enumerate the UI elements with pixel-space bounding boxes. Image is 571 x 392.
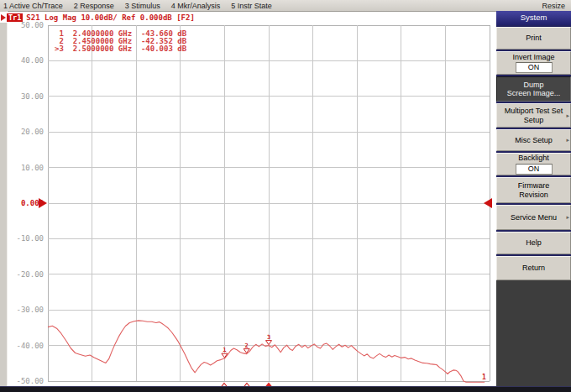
softkey-label: Print <box>526 34 542 43</box>
softkey-label: Misc Setup <box>515 136 553 145</box>
y-axis-tick-label: 50.00 <box>3 21 44 29</box>
softkey-label: Screen Image... <box>507 89 561 98</box>
menu-mkr-analysis[interactable]: 4 Mkr/Analysis <box>171 2 221 10</box>
softkey-print[interactable]: Print <box>496 27 571 50</box>
y-axis-tick-label: 20.00 <box>3 128 44 136</box>
softkey-service-menu[interactable]: Service Menu▸ <box>496 205 571 230</box>
softkey-invert-image[interactable]: Invert ImageON <box>496 51 571 75</box>
y-axis-tick-label: -50.00 <box>3 377 44 385</box>
active-trace-pointer-icon <box>1 14 6 21</box>
y-axis-tick-label: -30.00 <box>3 306 44 314</box>
softkey-label: Invert Image <box>512 53 554 62</box>
trace-status-line: Tr1 S21 Log Mag 10.00dB/ Ref 0.000dB [F2… <box>0 12 490 23</box>
y-axis-tick-label: 10.00 <box>3 164 44 172</box>
menu-active-ch-trace[interactable]: 1 Active Ch/Trace <box>3 2 63 10</box>
softkey-label: Backlight <box>518 154 549 163</box>
marker-3-glyph-icon <box>266 341 272 345</box>
marker-1-glyph-label: 1 <box>223 347 226 353</box>
y-axis-tick-label: 40.00 <box>3 56 44 65</box>
y-axis-tick-label: -40.00 <box>3 342 44 350</box>
softkey-label: Revision <box>519 191 548 200</box>
menu-stimulus[interactable]: 3 Stimulus <box>125 2 160 10</box>
softkey-panel: SystemPrintInvert ImageONDumpScreen Imag… <box>496 11 571 386</box>
softkey-label: Setup <box>524 116 544 125</box>
softkey-label: Firmware <box>518 181 550 191</box>
softkey-help[interactable]: Help <box>496 232 571 254</box>
ref-level-indicator-right-icon <box>484 198 492 208</box>
softkey-label: Help <box>526 238 542 248</box>
softkey-label: Multiport Test Set <box>505 107 563 116</box>
softkey-toggle-state: ON <box>516 62 553 73</box>
y-axis-tick-label: -10.00 <box>3 234 44 243</box>
y-axis-tick-label: 30.00 <box>3 92 44 101</box>
softkey-return[interactable]: Return <box>496 256 571 280</box>
submenu-arrow-icon: ▸ <box>566 213 569 222</box>
ref-level-indicator-left-icon <box>39 198 47 208</box>
softkey-label: Service Menu <box>511 213 557 222</box>
menu-response[interactable]: 2 Response <box>74 2 114 10</box>
submenu-arrow-icon: ▸ <box>566 111 569 120</box>
menu-instr-state[interactable]: 5 Instr State <box>231 2 272 10</box>
marker-3-glyph-label: 3 <box>267 334 270 341</box>
trace-number-label: 1 <box>482 374 486 381</box>
softkey-misc-setup[interactable]: Misc Setup▸ <box>496 129 571 151</box>
softkey-label: System <box>521 13 547 23</box>
marker-readout: 1 2.4000000 GHz -43.660 dB 2 2.4500000 G… <box>55 30 186 53</box>
menubar: 1 Active Ch/Trace 2 Response 3 Stimulus … <box>0 0 571 12</box>
trace-line <box>48 321 485 382</box>
ref-level-value: 0.000 <box>3 199 44 207</box>
vna-screen: 1 Active Ch/Trace 2 Response 3 Stimulus … <box>0 0 571 392</box>
y-axis-tick-label: -20.00 <box>3 270 44 279</box>
marker-2-glyph-label: 2 <box>245 342 249 349</box>
menu-resize[interactable]: Resize <box>542 2 565 10</box>
trace1-badge[interactable]: Tr1 <box>7 13 23 22</box>
submenu-arrow-icon: ▸ <box>566 136 569 145</box>
softkey-toggle-state: ON <box>516 164 553 175</box>
bottom-bar <box>0 386 571 392</box>
graticule: 123 <box>48 25 490 381</box>
softkey-label: Return <box>522 264 545 273</box>
softkey-label: Dump <box>523 81 543 90</box>
softkey-menu-title: System <box>496 11 571 25</box>
softkey-dump-screen-image[interactable]: DumpScreen Image... <box>496 76 571 102</box>
softkey-firmware-revision[interactable]: FirmwareRevision <box>496 177 571 203</box>
trace-status-text: S21 Log Mag 10.00dB/ Ref 0.000dB [F2] <box>26 13 194 22</box>
softkey-multiport-test-set-setup[interactable]: Multiport Test SetSetup▸ <box>496 103 571 128</box>
softkey-backlight[interactable]: BacklightON <box>496 153 571 175</box>
marker-readout-row: >3 2.5000000 GHz -40.003 dB <box>55 45 186 53</box>
